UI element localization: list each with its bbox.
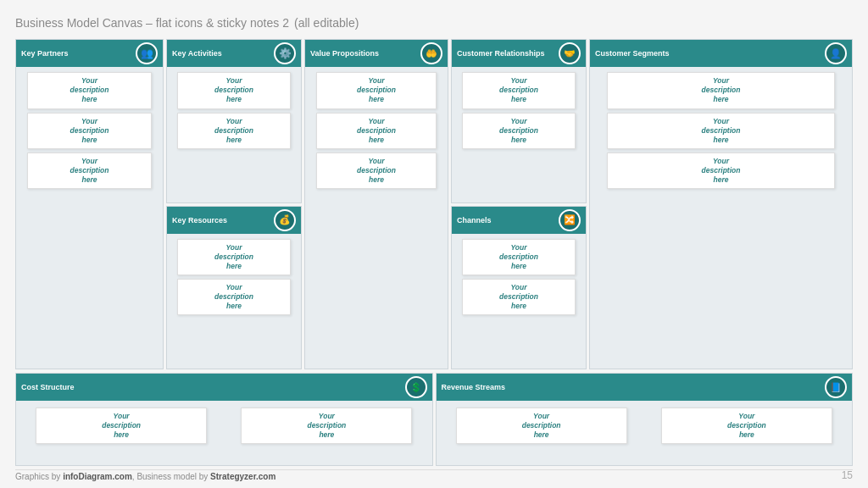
- customer-segments-icon: 👤: [825, 42, 847, 64]
- sticky-note: Yourdescriptionhere: [27, 152, 152, 189]
- sticky-note: Yourdescriptionhere: [316, 113, 437, 149]
- revenue-streams-icon: 📘: [825, 376, 847, 398]
- sticky-note: Yourdescriptionhere: [607, 152, 835, 189]
- sticky-note: Yourdescriptionhere: [462, 72, 575, 108]
- sticky-note: Yourdescriptionhere: [661, 408, 832, 444]
- key-resources-section: Key Resources 💰 Yourdescriptionhere Your…: [166, 206, 302, 369]
- sticky-note: Yourdescriptionhere: [607, 72, 835, 108]
- key-activities-section: Key Activities ⚙️ Yourdescriptionhere Yo…: [166, 39, 302, 202]
- sticky-note: Yourdescriptionhere: [456, 408, 627, 444]
- page-title: Business Model Canvas – flat icons & sti…: [15, 10, 853, 32]
- customer-segments-content: Yourdescriptionhere Yourdescriptionhere …: [590, 67, 852, 369]
- sticky-note: Yourdescriptionhere: [177, 72, 290, 108]
- revenue-streams-header: Revenue Streams 📘: [437, 374, 853, 401]
- key-partners-icon: 👥: [136, 42, 158, 64]
- channels-content: Yourdescriptionhere Yourdescriptionhere: [452, 234, 586, 369]
- cost-structure-label: Cost Structure: [21, 383, 75, 391]
- revenue-streams-section: Revenue Streams 📘 Yourdescriptionhere Yo…: [436, 373, 854, 466]
- sticky-note: Yourdescriptionhere: [177, 239, 290, 275]
- value-propositions-label: Value Propositions: [310, 49, 379, 58]
- sticky-note: Yourdescriptionhere: [462, 113, 575, 149]
- footer: Graphics by infoDiagram.com, Business mo…: [15, 469, 853, 481]
- key-act-resources-col: Key Activities ⚙️ Yourdescriptionhere Yo…: [166, 39, 302, 369]
- sticky-note: Yourdescriptionhere: [177, 279, 290, 315]
- key-resources-label: Key Resources: [172, 216, 227, 225]
- channels-label: Channels: [457, 216, 492, 225]
- footer-text2: , Business model by: [132, 472, 210, 481]
- title-main: Business Model Canvas – flat icons & sti…: [15, 16, 289, 30]
- cost-structure-icon: 💲: [405, 376, 427, 398]
- sticky-note: Yourdescriptionhere: [316, 72, 437, 108]
- channels-section: Channels 🔀 Yourdescriptionhere Yourdescr…: [451, 206, 587, 369]
- footer-link1: infoDiagram.com: [63, 472, 132, 481]
- page-number: 15: [842, 469, 853, 481]
- customer-relationships-icon: 🤝: [559, 42, 581, 64]
- footer-link2: Strategyzer.com: [210, 472, 275, 481]
- bottom-section: Cost Structure 💲 Yourdescriptionhere You…: [15, 373, 853, 466]
- value-propositions-section: Value Propositions 🤲 Yourdescriptionhere…: [304, 39, 448, 369]
- customer-relationships-header: Customer Relationships 🤝: [452, 40, 586, 67]
- cost-structure-header: Cost Structure 💲: [16, 374, 432, 401]
- sticky-note: Yourdescriptionhere: [241, 408, 412, 444]
- customer-segments-section: Customer Segments 👤 Yourdescriptionhere …: [589, 39, 853, 369]
- customer-relationships-section: Customer Relationships 🤝 Yourdescription…: [451, 39, 587, 202]
- sticky-note: Yourdescriptionhere: [607, 113, 835, 149]
- revenue-streams-content: Yourdescriptionhere Yourdescriptionhere: [437, 401, 853, 465]
- key-partners-section: Key Partners 👥 Yourdescriptionhere Yourd…: [15, 39, 164, 369]
- key-resources-content: Yourdescriptionhere Yourdescriptionhere: [167, 234, 301, 369]
- key-resources-icon: 💰: [274, 209, 296, 231]
- customer-relationships-label: Customer Relationships: [457, 49, 545, 58]
- cost-structure-section: Cost Structure 💲 Yourdescriptionhere You…: [15, 373, 433, 466]
- key-activities-label: Key Activities: [172, 49, 222, 58]
- top-section: Key Partners 👥 Yourdescriptionhere Yourd…: [15, 39, 853, 369]
- value-propositions-icon: 🤲: [420, 42, 442, 64]
- revenue-streams-label: Revenue Streams: [442, 383, 506, 391]
- key-activities-content: Yourdescriptionhere Yourdescriptionhere: [167, 67, 301, 202]
- key-partners-content: Yourdescriptionhere Yourdescriptionhere …: [16, 67, 163, 369]
- customer-relationships-content: Yourdescriptionhere Yourdescriptionhere: [452, 67, 586, 202]
- canvas-area: Key Partners 👥 Yourdescriptionhere Yourd…: [15, 39, 853, 466]
- sticky-note: Yourdescriptionhere: [316, 152, 437, 189]
- key-partners-header: Key Partners 👥: [16, 40, 163, 67]
- customer-segments-header: Customer Segments 👤: [590, 40, 852, 67]
- sticky-note: Yourdescriptionhere: [27, 113, 152, 149]
- cust-rel-channels-col: Customer Relationships 🤝 Yourdescription…: [451, 39, 587, 369]
- key-activities-icon: ⚙️: [274, 42, 296, 64]
- value-propositions-content: Yourdescriptionhere Yourdescriptionhere …: [305, 67, 448, 369]
- key-activities-header: Key Activities ⚙️: [167, 40, 301, 67]
- sticky-note: Yourdescriptionhere: [462, 279, 575, 315]
- key-partners-label: Key Partners: [21, 49, 69, 58]
- sticky-note: Yourdescriptionhere: [36, 408, 207, 444]
- sticky-note: Yourdescriptionhere: [462, 239, 575, 275]
- key-resources-header: Key Resources 💰: [167, 207, 301, 234]
- page: Business Model Canvas – flat icons & sti…: [0, 0, 868, 488]
- footer-text1: Graphics by: [15, 472, 63, 481]
- title-sub: (all editable): [294, 16, 359, 30]
- sticky-note: Yourdescriptionhere: [27, 72, 152, 108]
- cost-structure-content: Yourdescriptionhere Yourdescriptionhere: [16, 401, 432, 465]
- value-propositions-header: Value Propositions 🤲: [305, 40, 448, 67]
- channels-header: Channels 🔀: [452, 207, 586, 234]
- channels-icon: 🔀: [559, 209, 581, 231]
- customer-segments-label: Customer Segments: [595, 49, 670, 58]
- sticky-note: Yourdescriptionhere: [177, 113, 290, 149]
